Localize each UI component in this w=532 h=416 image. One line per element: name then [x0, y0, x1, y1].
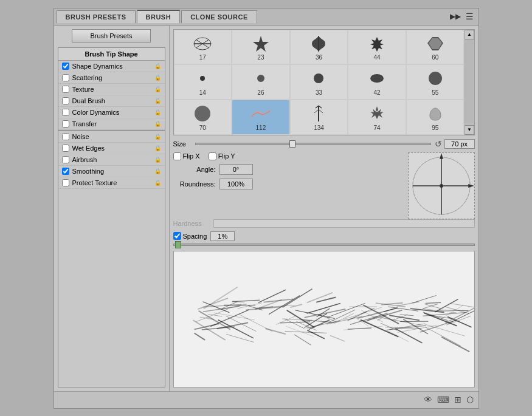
brush-cell-17[interactable]: 17: [174, 30, 232, 65]
option-smoothing[interactable]: Smoothing 🔒: [58, 166, 165, 177]
hardness-slider[interactable]: [213, 219, 475, 228]
tab-brush[interactable]: BRUSH: [137, 10, 181, 23]
brush-cell-14[interactable]: 14: [174, 64, 232, 100]
brush-num-17: 17: [199, 54, 206, 61]
option-transfer[interactable]: Transfer 🔒: [58, 118, 165, 130]
size-reset-icon[interactable]: ↺: [435, 139, 442, 149]
keyboard-icon[interactable]: ⌨: [437, 395, 449, 404]
brush-cell-112[interactable]: 112: [232, 100, 290, 135]
roundness-input[interactable]: [219, 179, 253, 189]
brush-cell-134[interactable]: 134: [290, 100, 348, 135]
roundness-label: Roundness:: [173, 180, 216, 188]
checkbox-smoothing[interactable]: [62, 168, 69, 175]
tab-bar: BRUSH PRESETS BRUSH CLONE SOURCE ▶▶ ☰: [54, 9, 478, 26]
option-texture[interactable]: Texture 🔒: [58, 84, 165, 95]
spacing-thumb[interactable]: [175, 241, 181, 248]
brush-tip-box: Brush Tip Shape Shape Dynamics 🔒 Scatter…: [58, 47, 165, 387]
spacing-checkbox[interactable]: [173, 232, 181, 240]
brush-icon-112: [249, 103, 273, 124]
size-slider-thumb[interactable]: [289, 140, 295, 148]
brush-cell-42[interactable]: 42: [348, 64, 406, 100]
brush-icon-44: [365, 33, 389, 54]
size-slider[interactable]: [195, 143, 431, 145]
tab-menu-icon[interactable]: ☰: [463, 12, 476, 21]
brush-icon-17: [190, 33, 215, 54]
scroll-down-arrow[interactable]: ▼: [465, 125, 474, 135]
flip-y-check[interactable]: Flip Y: [209, 152, 235, 160]
svg-marker-20: [468, 184, 474, 188]
option-dual-brush[interactable]: Dual Brush 🔒: [58, 95, 165, 107]
brush-cell-70[interactable]: 70: [174, 100, 232, 135]
svg-point-7: [314, 73, 323, 83]
brush-num-26: 26: [257, 89, 264, 96]
checkbox-scattering[interactable]: [62, 74, 69, 81]
angle-input[interactable]: [219, 164, 253, 175]
scroll-track: [465, 40, 474, 124]
checkbox-wet-edges[interactable]: [62, 145, 69, 152]
option-color-dynamics[interactable]: Color Dynamics 🔒: [58, 107, 165, 118]
brush-cell-33[interactable]: 33: [290, 64, 348, 100]
brush-cell-95[interactable]: 95: [406, 100, 465, 135]
checkbox-texture[interactable]: [62, 86, 69, 93]
angle-widget[interactable]: [408, 152, 475, 219]
svg-point-10: [195, 106, 210, 121]
brush-num-23: 23: [257, 54, 264, 61]
angle-label: Angle:: [173, 166, 216, 173]
brush-cell-23[interactable]: 23: [232, 30, 290, 65]
brush-cell-55[interactable]: 55: [406, 64, 465, 100]
grid-icon[interactable]: ⊞: [454, 395, 461, 404]
option-airbrush[interactable]: Airbrush 🔒: [58, 154, 165, 166]
lock-icon-shape-dynamics: 🔒: [154, 63, 161, 69]
flip-x-check[interactable]: Flip X: [173, 152, 200, 160]
checkbox-color-dynamics[interactable]: [62, 109, 69, 116]
brush-panel: BRUSH PRESETS BRUSH CLONE SOURCE ▶▶ ☰ Br…: [54, 8, 479, 409]
brush-icon-23: [249, 33, 273, 54]
flip-y-checkbox[interactable]: [209, 152, 216, 160]
dock-icon[interactable]: ⬡: [466, 395, 474, 404]
brush-cell-74[interactable]: 74: [348, 100, 406, 135]
tab-brush-presets[interactable]: BRUSH PRESETS: [57, 10, 136, 23]
option-wet-edges[interactable]: Wet Edges 🔒: [58, 143, 165, 154]
size-value[interactable]: 70 px: [444, 139, 475, 149]
spacing-slider[interactable]: [173, 244, 475, 246]
brush-cell-36[interactable]: 36: [290, 30, 348, 65]
checkbox-dual-brush[interactable]: [62, 97, 69, 104]
brush-presets-button[interactable]: Brush Presets: [72, 29, 151, 43]
brush-cell-60[interactable]: 60: [406, 30, 465, 65]
tab-forward-icon[interactable]: ▶▶: [447, 12, 463, 21]
brush-num-33: 33: [316, 89, 322, 96]
svg-point-22: [440, 184, 443, 188]
brush-icon-42: [365, 68, 389, 89]
spacing-value[interactable]: 1%: [210, 231, 235, 241]
brush-cell-26[interactable]: 26: [232, 64, 290, 100]
right-panel: 17 23: [170, 26, 478, 391]
brush-icon-14: [190, 68, 215, 89]
tab-clone-source[interactable]: CLONE SOURCE: [181, 10, 257, 23]
checkbox-protect-texture[interactable]: [62, 179, 69, 186]
scroll-up-arrow[interactable]: ▲: [465, 30, 474, 39]
option-scattering[interactable]: Scattering 🔒: [58, 72, 165, 84]
spacing-check[interactable]: Spacing: [173, 232, 207, 240]
lock-icon-smoothing: 🔒: [154, 168, 161, 174]
checkbox-airbrush[interactable]: [62, 156, 69, 163]
brush-num-14: 14: [199, 89, 206, 96]
checkbox-noise[interactable]: [62, 133, 69, 140]
brush-icon-74: [365, 103, 389, 124]
svg-point-6: [257, 75, 264, 82]
option-shape-dynamics[interactable]: Shape Dynamics 🔒: [58, 61, 165, 72]
checkbox-transfer[interactable]: [62, 120, 69, 128]
option-protect-texture[interactable]: Protect Texture 🔒: [58, 177, 165, 189]
checkbox-shape-dynamics[interactable]: [62, 63, 69, 70]
svg-point-5: [200, 76, 205, 81]
hardness-row: Hardness: [173, 219, 475, 228]
lock-icon-protect-texture: 🔒: [154, 180, 161, 186]
brush-cell-44[interactable]: 44: [348, 30, 406, 65]
lock-icon-color-dynamics: 🔒: [154, 109, 161, 115]
size-label: Size: [173, 140, 192, 148]
left-panel: Brush Presets Brush Tip Shape Shape Dyna…: [54, 26, 170, 391]
svg-marker-21: [440, 153, 443, 159]
brush-icon-55: [423, 68, 447, 89]
option-noise[interactable]: Noise 🔒: [58, 130, 165, 143]
visibility-icon[interactable]: 👁: [424, 395, 432, 404]
flip-x-checkbox[interactable]: [173, 152, 181, 160]
